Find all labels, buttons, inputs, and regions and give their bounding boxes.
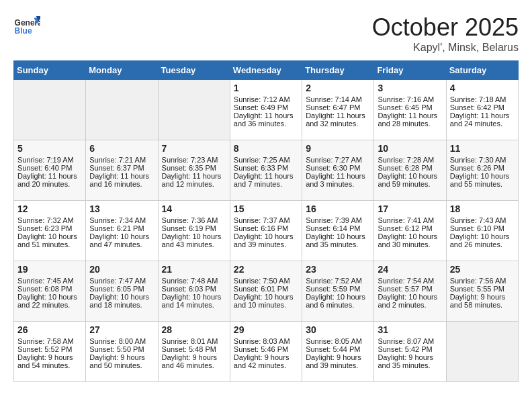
day-number: 6 (89, 143, 154, 154)
daylight-text: Daylight: 9 hours and 39 minutes. (306, 353, 370, 369)
logo: General Blue (13, 13, 40, 40)
day-number: 25 (450, 264, 515, 275)
daylight-text: Daylight: 10 hours and 6 minutes. (306, 293, 370, 309)
calendar-cell: 28Sunrise: 8:01 AMSunset: 5:48 PMDayligh… (158, 322, 230, 382)
day-number: 5 (17, 143, 82, 154)
title-block: October 2025 Kapyl', Minsk, Belarus (372, 13, 519, 54)
day-number: 29 (234, 324, 298, 335)
daylight-text: Daylight: 10 hours and 43 minutes. (162, 232, 226, 248)
daylight-text: Daylight: 10 hours and 14 minutes. (162, 293, 226, 309)
sunrise-text: Sunrise: 7:50 AM (234, 277, 298, 285)
sunset-text: Sunset: 6:28 PM (378, 164, 442, 172)
sunset-text: Sunset: 6:14 PM (306, 224, 370, 232)
weekday-header: Sunday (14, 61, 86, 80)
sunset-text: Sunset: 6:16 PM (234, 224, 298, 232)
sunset-text: Sunset: 6:26 PM (450, 164, 515, 172)
day-number: 1 (234, 83, 298, 93)
sunset-text: Sunset: 5:50 PM (89, 345, 154, 353)
sunrise-text: Sunrise: 7:32 AM (17, 216, 82, 224)
sunset-text: Sunset: 5:57 PM (378, 285, 442, 293)
sunset-text: Sunset: 6:12 PM (378, 224, 442, 232)
calendar-week-row: 19Sunrise: 7:45 AMSunset: 6:08 PMDayligh… (14, 261, 519, 322)
sunrise-text: Sunrise: 7:48 AM (162, 277, 226, 285)
calendar-cell: 8Sunrise: 7:25 AMSunset: 6:33 PMDaylight… (230, 140, 302, 201)
day-number: 7 (162, 143, 226, 154)
calendar-cell: 12Sunrise: 7:32 AMSunset: 6:23 PMDayligh… (14, 201, 86, 261)
day-number: 20 (89, 264, 154, 275)
calendar-cell: 7Sunrise: 7:23 AMSunset: 6:35 PMDaylight… (158, 140, 230, 201)
calendar-table: SundayMondayTuesdayWednesdayThursdayFrid… (13, 60, 519, 382)
sunrise-text: Sunrise: 8:03 AM (234, 337, 298, 345)
sunrise-text: Sunrise: 7:21 AM (89, 156, 154, 164)
page-header: General Blue October 2025 Kapyl', Minsk,… (13, 13, 519, 54)
calendar-cell: 29Sunrise: 8:03 AMSunset: 5:46 PMDayligh… (230, 322, 302, 382)
sunrise-text: Sunrise: 7:27 AM (306, 156, 370, 164)
day-number: 17 (378, 203, 442, 214)
calendar-cell: 17Sunrise: 7:41 AMSunset: 6:12 PMDayligh… (374, 201, 446, 261)
daylight-text: Daylight: 10 hours and 26 minutes. (450, 232, 515, 248)
sunrise-text: Sunrise: 7:18 AM (450, 95, 515, 103)
calendar-cell: 1Sunrise: 7:12 AMSunset: 6:49 PMDaylight… (230, 80, 302, 140)
sunrise-text: Sunrise: 7:12 AM (234, 95, 298, 103)
sunrise-text: Sunrise: 7:47 AM (89, 277, 154, 285)
calendar-week-row: 5Sunrise: 7:19 AMSunset: 6:40 PMDaylight… (14, 140, 519, 201)
day-number: 22 (234, 264, 298, 275)
calendar-week-row: 12Sunrise: 7:32 AMSunset: 6:23 PMDayligh… (14, 201, 519, 261)
sunset-text: Sunset: 6:33 PM (234, 164, 298, 172)
day-number: 19 (17, 264, 82, 275)
sunset-text: Sunset: 6:42 PM (450, 103, 515, 111)
weekday-header-row: SundayMondayTuesdayWednesdayThursdayFrid… (14, 61, 519, 80)
sunrise-text: Sunrise: 7:23 AM (162, 156, 226, 164)
sunset-text: Sunset: 6:23 PM (17, 224, 82, 232)
day-number: 21 (162, 264, 226, 275)
sunset-text: Sunset: 6:49 PM (234, 103, 298, 111)
sunset-text: Sunset: 6:40 PM (17, 164, 82, 172)
sunrise-text: Sunrise: 7:39 AM (306, 216, 370, 224)
weekday-header: Monday (86, 61, 158, 80)
daylight-text: Daylight: 10 hours and 47 minutes. (89, 232, 154, 248)
day-number: 14 (162, 203, 226, 214)
sunset-text: Sunset: 5:48 PM (162, 345, 226, 353)
sunset-text: Sunset: 6:10 PM (450, 224, 515, 232)
daylight-text: Daylight: 11 hours and 20 minutes. (17, 172, 82, 188)
calendar-cell: 19Sunrise: 7:45 AMSunset: 6:08 PMDayligh… (14, 261, 86, 322)
calendar-cell (446, 322, 518, 382)
sunset-text: Sunset: 6:45 PM (378, 103, 442, 111)
sunset-text: Sunset: 6:30 PM (306, 164, 370, 172)
sunrise-text: Sunrise: 7:54 AM (378, 277, 442, 285)
calendar-cell: 24Sunrise: 7:54 AMSunset: 5:57 PMDayligh… (374, 261, 446, 322)
calendar-week-row: 26Sunrise: 7:58 AMSunset: 5:52 PMDayligh… (14, 322, 519, 382)
daylight-text: Daylight: 9 hours and 50 minutes. (89, 353, 154, 369)
calendar-cell: 27Sunrise: 8:00 AMSunset: 5:50 PMDayligh… (86, 322, 158, 382)
day-number: 4 (450, 83, 515, 93)
sunrise-text: Sunrise: 7:58 AM (17, 337, 82, 345)
calendar-cell: 2Sunrise: 7:14 AMSunset: 6:47 PMDaylight… (302, 80, 374, 140)
calendar-cell: 16Sunrise: 7:39 AMSunset: 6:14 PMDayligh… (302, 201, 374, 261)
sunset-text: Sunset: 6:03 PM (162, 285, 226, 293)
calendar-cell: 11Sunrise: 7:30 AMSunset: 6:26 PMDayligh… (446, 140, 518, 201)
sunrise-text: Sunrise: 7:19 AM (17, 156, 82, 164)
day-number: 27 (89, 324, 154, 335)
calendar-cell: 5Sunrise: 7:19 AMSunset: 6:40 PMDaylight… (14, 140, 86, 201)
day-number: 12 (17, 203, 82, 214)
daylight-text: Daylight: 9 hours and 35 minutes. (378, 353, 442, 369)
calendar-cell: 31Sunrise: 8:07 AMSunset: 5:42 PMDayligh… (374, 322, 446, 382)
day-number: 10 (378, 143, 442, 154)
calendar-cell: 23Sunrise: 7:52 AMSunset: 5:59 PMDayligh… (302, 261, 374, 322)
calendar-cell: 13Sunrise: 7:34 AMSunset: 6:21 PMDayligh… (86, 201, 158, 261)
calendar-cell: 20Sunrise: 7:47 AMSunset: 6:05 PMDayligh… (86, 261, 158, 322)
sunrise-text: Sunrise: 7:52 AM (306, 277, 370, 285)
day-number: 11 (450, 143, 515, 154)
sunrise-text: Sunrise: 7:16 AM (378, 95, 442, 103)
sunrise-text: Sunrise: 8:01 AM (162, 337, 226, 345)
daylight-text: Daylight: 10 hours and 22 minutes. (17, 293, 82, 309)
calendar-cell (14, 80, 86, 140)
daylight-text: Daylight: 10 hours and 30 minutes. (378, 232, 442, 248)
daylight-text: Daylight: 11 hours and 3 minutes. (306, 172, 370, 188)
daylight-text: Daylight: 9 hours and 58 minutes. (450, 293, 515, 309)
sunrise-text: Sunrise: 8:00 AM (89, 337, 154, 345)
daylight-text: Daylight: 10 hours and 35 minutes. (306, 232, 370, 248)
daylight-text: Daylight: 9 hours and 54 minutes. (17, 353, 82, 369)
daylight-text: Daylight: 10 hours and 55 minutes. (450, 172, 515, 188)
sunset-text: Sunset: 6:19 PM (162, 224, 226, 232)
